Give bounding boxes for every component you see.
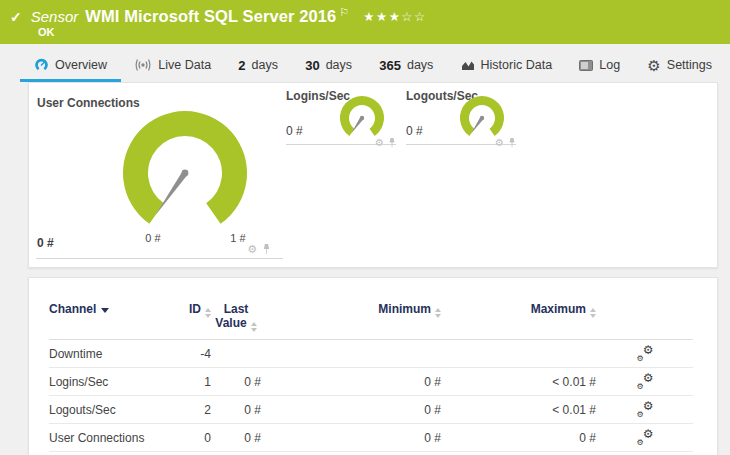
channel-name: Logouts/Sec [49, 403, 177, 417]
channel-name: User Connections [49, 431, 177, 445]
gauge-gear-icon[interactable]: ⚙ [375, 138, 384, 148]
tab-live-data[interactable]: Live Data [130, 55, 215, 79]
gear-icon: ⚙ [643, 372, 654, 384]
status-badge: OK [38, 26, 55, 38]
tab-365-days[interactable]: 365 days [375, 55, 437, 80]
gauge-logins-sec: Logins/Sec 0 # ⚙ [286, 89, 396, 145]
channel-settings-icon[interactable]: ⚙⚙ [636, 374, 654, 390]
channel-last-value: 0 # [244, 403, 261, 417]
tab-overview-label: Overview [55, 58, 107, 72]
pin-icon[interactable] [388, 137, 396, 148]
column-header-minimum[interactable]: Minimum [378, 302, 441, 318]
table-header-row: Channel ID Last Value Minimum Maximum [49, 302, 693, 340]
tab-2-days-label: days [252, 58, 278, 72]
tab-30-days[interactable]: 30 days [301, 55, 356, 80]
gauge-scale-max: 1 # [230, 232, 245, 244]
pin-icon[interactable] [262, 243, 271, 255]
gauge-gear-icon[interactable]: ⚙ [247, 244, 257, 255]
gear-icon: ⚙ [637, 411, 644, 419]
table-row: Logouts/Sec 2 0 # 0 # < 0.01 # ⚙⚙ [49, 396, 693, 424]
gear-icon: ⚙ [643, 400, 654, 412]
gear-icon: ⚙ [637, 355, 644, 363]
gauge-user-connections: User Connections 0 # 1 # 0 # ⚙ [36, 93, 283, 259]
table-row: User Connections 0 0 # 0 # 0 # ⚙⚙ [49, 424, 693, 452]
gauge-current-value: 0 # [286, 124, 303, 138]
channels-table: Channel ID Last Value Minimum Maximum Do… [49, 302, 693, 452]
tab-2-days-number: 2 [238, 58, 245, 73]
channel-settings-icon[interactable]: ⚙⚙ [636, 346, 654, 362]
gear-icon: ⚙ [637, 383, 644, 391]
channel-id: 1 [204, 375, 211, 389]
tab-365-days-number: 365 [379, 58, 401, 73]
channel-settings-icon[interactable]: ⚙⚙ [636, 402, 654, 418]
channel-id: 0 [204, 431, 211, 445]
sensor-title: WMI Microsoft SQL Server 2016 [85, 7, 336, 26]
channel-id: -4 [200, 347, 211, 361]
channel-maximum: < 0.01 # [552, 403, 596, 417]
channel-minimum: 0 # [424, 431, 441, 445]
tab-log[interactable]: Log [575, 55, 624, 79]
gear-icon: ⚙ [637, 439, 644, 447]
flag-icon[interactable]: ⚐ [339, 6, 349, 19]
gauge-current-value: 0 # [37, 236, 54, 250]
channel-minimum: 0 # [424, 375, 441, 389]
channel-maximum: 0 # [579, 431, 596, 445]
gauge-current-value: 0 # [406, 124, 423, 138]
log-icon [579, 60, 593, 71]
gear-icon: ⚙ [643, 344, 654, 356]
gauges-panel: User Connections 0 # 1 # 0 # ⚙ Logins/Se… [28, 82, 718, 268]
gauge-scale-min: 0 # [145, 232, 160, 244]
tab-settings[interactable]: ⚙ Settings [643, 55, 716, 80]
tab-bar: Overview Live Data 2 days 30 days 365 da… [30, 55, 716, 79]
gauge-logouts-sec: Logouts/Sec 0 # ⚙ [406, 89, 516, 145]
column-header-id[interactable]: ID [189, 302, 211, 318]
channel-name: Downtime [49, 347, 177, 361]
sort-icon [590, 308, 596, 318]
column-header-channel[interactable]: Channel [49, 302, 177, 316]
channels-panel: Channel ID Last Value Minimum Maximum Do… [28, 277, 718, 455]
user-connections-gauge [110, 98, 260, 248]
sort-icon [435, 308, 441, 318]
channel-settings-icon[interactable]: ⚙⚙ [636, 430, 654, 446]
column-header-maximum-label: Maximum [531, 302, 586, 316]
sensor-header: ✓ Sensor WMI Microsoft SQL Server 2016 ⚐… [0, 0, 730, 44]
tab-365-days-label: days [407, 58, 433, 72]
live-data-icon [134, 58, 152, 72]
priority-stars[interactable]: ★★★☆☆ [363, 9, 427, 24]
column-header-last-value[interactable]: Last Value [211, 302, 261, 332]
chart-icon [461, 59, 475, 71]
tab-overview[interactable]: Overview [30, 55, 111, 80]
gauge-icon [34, 58, 49, 73]
tab-log-label: Log [599, 58, 620, 72]
tab-2-days[interactable]: 2 days [234, 55, 282, 80]
column-header-id-label: ID [189, 302, 201, 316]
channel-last-value: 0 # [244, 431, 261, 445]
channel-last-value: 0 # [244, 375, 261, 389]
tab-historic-data[interactable]: Historic Data [457, 55, 557, 79]
table-row: Logins/Sec 1 0 # 0 # < 0.01 # ⚙⚙ [49, 368, 693, 396]
channel-minimum: 0 # [424, 403, 441, 417]
column-header-last-value-label: Last Value [215, 302, 248, 330]
sorted-desc-icon [101, 308, 109, 313]
gauge-gear-icon[interactable]: ⚙ [495, 138, 504, 148]
tab-30-days-label: days [326, 58, 352, 72]
tab-live-data-label: Live Data [158, 58, 211, 72]
tab-historic-data-label: Historic Data [481, 58, 553, 72]
status-check-icon: ✓ [10, 9, 22, 25]
table-row: Downtime -4 ⚙⚙ [49, 340, 693, 368]
channel-maximum: < 0.01 # [552, 375, 596, 389]
column-header-minimum-label: Minimum [378, 302, 431, 316]
column-header-channel-label: Channel [49, 302, 96, 316]
tab-settings-label: Settings [667, 58, 712, 72]
tab-30-days-number: 30 [305, 58, 319, 73]
column-header-maximum[interactable]: Maximum [531, 302, 596, 318]
channel-name: Logins/Sec [49, 375, 177, 389]
pin-icon[interactable] [508, 137, 516, 148]
sort-icon [251, 322, 257, 332]
settings-gear-icon: ⚙ [647, 58, 660, 73]
sensor-kind-label: Sensor [31, 8, 79, 25]
channel-id: 2 [204, 403, 211, 417]
gear-icon: ⚙ [643, 428, 654, 440]
